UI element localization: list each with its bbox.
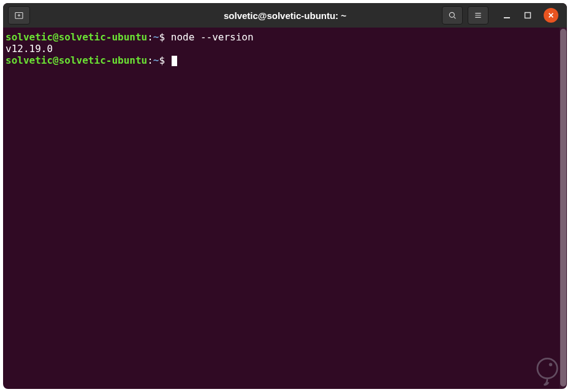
maximize-button[interactable] <box>523 10 533 20</box>
minimize-icon <box>503 12 511 19</box>
terminal-line: v12.19.0 <box>6 43 564 55</box>
prompt-user: solvetic@solvetic-ubuntu <box>6 31 147 43</box>
prompt-colon: : <box>147 55 153 66</box>
menu-button[interactable] <box>468 6 488 24</box>
titlebar-left <box>8 6 30 24</box>
terminal-window: solvetic@solvetic-ubuntu: ~ <box>3 3 567 389</box>
watermark-logo <box>531 355 564 388</box>
window-controls <box>502 8 558 23</box>
titlebar: solvetic@solvetic-ubuntu: ~ <box>3 3 567 28</box>
terminal-line: solvetic@solvetic-ubuntu:~$ <box>6 55 564 66</box>
minimize-button[interactable] <box>502 10 512 20</box>
terminal-body[interactable]: solvetic@solvetic-ubuntu:~$ node --versi… <box>3 28 567 389</box>
command-text: node --version <box>165 31 254 43</box>
hamburger-icon <box>473 10 483 20</box>
maximize-icon <box>524 12 531 19</box>
search-icon <box>447 10 457 20</box>
prompt-colon: : <box>147 31 153 43</box>
new-tab-button[interactable] <box>8 6 30 24</box>
terminal-line: solvetic@solvetic-ubuntu:~$ node --versi… <box>6 31 564 43</box>
close-button[interactable] <box>544 8 558 23</box>
close-icon <box>548 12 554 18</box>
window-title: solvetic@solvetic-ubuntu: ~ <box>224 10 346 21</box>
scrollbar[interactable] <box>560 28 567 389</box>
svg-point-4 <box>549 363 552 366</box>
prompt-user: solvetic@solvetic-ubuntu <box>6 55 147 66</box>
svg-point-1 <box>449 12 454 17</box>
titlebar-right <box>442 6 562 24</box>
search-button[interactable] <box>442 6 463 24</box>
output-text: v12.19.0 <box>6 43 53 55</box>
svg-rect-2 <box>525 13 531 18</box>
prompt-symbol: $ <box>159 55 165 66</box>
cursor-area <box>165 55 177 66</box>
scrollbar-thumb[interactable] <box>560 29 566 386</box>
new-tab-icon <box>13 10 25 21</box>
svg-point-3 <box>538 358 557 378</box>
prompt-symbol: $ <box>159 31 165 43</box>
cursor <box>172 56 177 66</box>
